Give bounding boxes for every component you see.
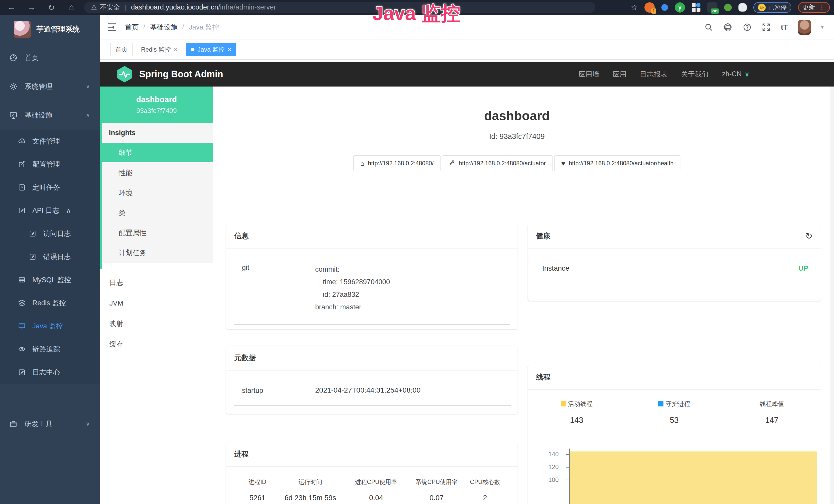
tab-redis-monitor[interactable]: Redis 监控 ×	[136, 43, 182, 56]
chevron-down-icon: ∨	[745, 71, 749, 78]
sba-menu-environment[interactable]: 环境	[100, 183, 213, 203]
sba-menu-classes[interactable]: 类	[100, 203, 213, 223]
sidebar-item-trace[interactable]: 链路追踪	[0, 338, 100, 361]
sidebar-item-access-log[interactable]: 访问日志	[0, 222, 100, 245]
sba-menu-mappings[interactable]: 映射	[100, 314, 213, 334]
fullscreen-icon[interactable]	[762, 23, 771, 31]
sba-nav-applications[interactable]: 应用	[613, 70, 627, 79]
breadcrumb-home[interactable]: 首页	[125, 23, 139, 32]
browser-menu-icon[interactable]: ⋮	[818, 3, 825, 11]
eye-icon	[18, 345, 26, 353]
file-edit-icon	[18, 207, 26, 214]
actuator-url-button[interactable]: http://192.168.0.2:48080/actuator	[442, 155, 553, 171]
on-badge: on	[711, 8, 719, 14]
sba-brand[interactable]: Spring Boot Admin	[100, 66, 223, 83]
active-dot	[191, 48, 194, 51]
sidebar-item-redis-monitor[interactable]: Redis 监控	[0, 292, 100, 315]
bookmark-star-icon[interactable]: ☆	[631, 3, 638, 12]
sba-menu-metrics[interactable]: 性能	[100, 163, 213, 183]
browser-reload-icon[interactable]: ↻	[46, 2, 57, 13]
sidebar-item-error-log[interactable]: 错误日志	[0, 245, 100, 268]
metadata-value: 2021-04-27T00:44:31.254+08:00	[315, 386, 420, 395]
daemon-threads-value: 53	[626, 416, 723, 425]
url-domain: dashboard.yudao.iocoder.cn	[131, 3, 218, 11]
pin-extension-icon[interactable]	[661, 4, 668, 11]
paused-chip[interactable]: ☺ 已暂停	[753, 2, 791, 13]
sba-logo-icon	[117, 66, 133, 83]
switch-extension-icon[interactable]: on	[707, 2, 717, 13]
sidebar-item-java-monitor[interactable]: Java 监控	[0, 315, 100, 338]
y-extension-icon[interactable]: y	[675, 2, 685, 13]
sidebar-item-infra[interactable]: 基础设施 ∧	[0, 101, 100, 130]
process-syscpu-value: 0.07	[407, 494, 467, 502]
sidebar-toggle-icon[interactable]	[107, 23, 117, 32]
help-icon[interactable]	[743, 23, 751, 31]
sba-locale-select[interactable]: zh-CN ∨	[722, 70, 749, 78]
instance-header[interactable]: dashboard 93a3fc7f7409	[100, 87, 213, 123]
dashboard-gauge-icon	[9, 54, 18, 62]
close-icon[interactable]: ×	[227, 46, 231, 53]
sidebar-item-mysql-monitor[interactable]: MySQL 监控	[0, 268, 100, 292]
tab-java-monitor[interactable]: Java 监控 ×	[186, 43, 236, 56]
instance-name: dashboard	[136, 95, 177, 104]
instance-id-line: Id: 93a3fc7f7409	[213, 132, 821, 141]
sba-nav-journal[interactable]: 日志报表	[640, 70, 667, 79]
sidebar-item-home[interactable]: 首页	[0, 43, 100, 72]
history-icon[interactable]: ↺	[805, 231, 813, 241]
cloud-upload-icon	[18, 137, 26, 145]
scrollbar[interactable]	[830, 87, 834, 504]
info-card-title: 信息	[234, 231, 249, 241]
sidebar-item-label: 日志中心	[32, 368, 60, 377]
font-size-icon[interactable]: tT	[781, 23, 788, 31]
sidebar-item-api-log[interactable]: API 日志 ∧	[0, 199, 100, 222]
breadcrumb-separator: /	[143, 23, 146, 31]
sidebar-item-config-manage[interactable]: 配置管理	[0, 153, 100, 176]
puzzle-extensions-icon[interactable]	[739, 3, 747, 12]
table-grid-icon	[18, 276, 26, 284]
service-url-button[interactable]: ⌂ http://192.168.0.2:48080/	[353, 155, 441, 171]
sidebar-item-label: MySQL 监控	[32, 275, 71, 284]
sba-menu-caches[interactable]: 缓存	[100, 334, 213, 354]
sba-menu-scheduled-tasks[interactable]: 计划任务	[100, 243, 213, 263]
sidebar-item-dev-tools[interactable]: 研发工具 ∨	[0, 410, 100, 438]
sba-menu-jvm[interactable]: JVM	[100, 293, 213, 314]
sba-nav-about[interactable]: 关于我们	[681, 70, 709, 79]
sba-nav-wall[interactable]: 应用墙	[578, 70, 599, 79]
info-card: 信息 git commit: time: 1596289704000 id: 2…	[226, 224, 518, 329]
user-menu-caret-icon[interactable]: ▾	[821, 24, 824, 30]
app-title: 芋道管理系统	[37, 24, 80, 34]
browser-home-icon[interactable]: ⌂	[66, 2, 77, 13]
sidebar-item-label: 基础设施	[25, 111, 52, 120]
update-button[interactable]: 更新 ⋮	[798, 2, 830, 13]
sidebar-item-file-manage[interactable]: 文件管理	[0, 130, 100, 153]
git-time-line: time: 1596289704000	[315, 276, 390, 288]
extension-icon-1[interactable]: 1	[644, 2, 655, 13]
sba-menu-logfile[interactable]: 日志	[100, 272, 213, 293]
sidebar-item-scheduled-jobs[interactable]: 定时任务	[0, 176, 100, 199]
sba-menu-details[interactable]: 细节	[100, 143, 213, 163]
health-card: 健康 ↺ Instance UP	[528, 224, 821, 301]
health-url-button[interactable]: ♥ http://192.168.0.2:48080/actuator/heal…	[554, 155, 680, 171]
browser-back-icon[interactable]: ←	[6, 2, 17, 13]
paused-label: 已暂停	[768, 3, 787, 12]
service-url: http://192.168.0.2:48080/	[368, 160, 434, 167]
github-icon[interactable]	[723, 23, 732, 32]
sidebar-item-log-center[interactable]: 日志中心	[0, 361, 100, 384]
process-cores-value: 2	[467, 494, 503, 502]
tab-home[interactable]: 首页	[110, 43, 133, 56]
browser-forward-icon[interactable]: →	[26, 2, 37, 13]
app-logo-row[interactable]: 芋道管理系统	[0, 15, 100, 43]
chevron-up-icon: ∧	[86, 112, 90, 119]
user-avatar[interactable]	[798, 20, 811, 35]
sba-menu-config-props[interactable]: 配置属性	[100, 223, 213, 243]
chevron-down-icon: ∨	[86, 420, 90, 427]
y-glyph: y	[678, 4, 681, 11]
address-bar[interactable]: ⚠ 不安全 | dashboard.yudao.iocoder.cn/infra…	[84, 2, 595, 13]
tab-groups-extension-icon[interactable]	[692, 3, 700, 12]
sidebar-item-system[interactable]: 系统管理 ∨	[0, 72, 100, 101]
close-icon[interactable]: ×	[174, 46, 177, 53]
search-icon[interactable]	[704, 23, 713, 31]
leaf-extension-icon[interactable]	[724, 4, 732, 11]
breadcrumb-infra[interactable]: 基础设施	[150, 23, 178, 32]
heart-icon: ♥	[561, 159, 565, 167]
